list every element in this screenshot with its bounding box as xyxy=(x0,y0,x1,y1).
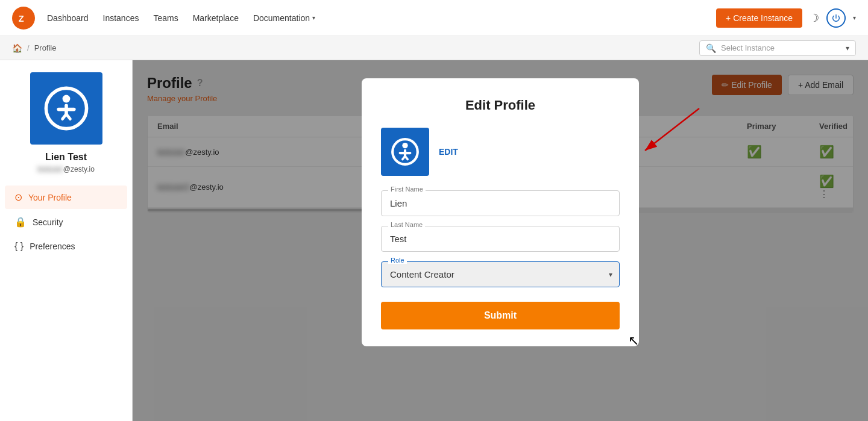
sidebar-item-label: Your Profile xyxy=(28,193,72,202)
avatar-edit-link[interactable]: EDIT xyxy=(439,147,458,157)
select-instance-dropdown[interactable]: 🔍 Select Instance ▾ xyxy=(699,40,856,56)
breadcrumb-current: Profile xyxy=(34,43,57,52)
dark-mode-icon[interactable]: ☽ xyxy=(810,11,819,25)
last-name-field: Last Name xyxy=(381,226,620,252)
breadcrumb: 🏠 / Profile xyxy=(12,43,56,53)
search-icon: 🔍 xyxy=(706,43,716,53)
edit-profile-modal: Edit Profile EDIT First Name xyxy=(362,78,639,346)
last-name-input[interactable] xyxy=(381,226,620,252)
select-instance-placeholder: Select Instance xyxy=(721,43,846,52)
user-menu-button[interactable] xyxy=(826,8,846,28)
sidebar-item-label: Security xyxy=(33,217,63,227)
nav-documentation[interactable]: Documentation ▾ xyxy=(253,13,315,23)
create-instance-button[interactable]: + Create Instance xyxy=(716,8,802,28)
svg-point-2 xyxy=(62,95,70,103)
modal-avatar-wrapper: EDIT xyxy=(381,128,620,176)
sidebar: Lien Test testuser@zesty.io ⊙ Your Profi… xyxy=(0,60,133,421)
content-area: Profile ? Manage your Profile ✏ Edit Pro… xyxy=(133,60,868,421)
breadcrumb-separator: / xyxy=(27,43,30,52)
nav-dashboard[interactable]: Dashboard xyxy=(47,13,89,23)
sidebar-item-your-profile[interactable]: ⊙ Your Profile xyxy=(5,186,127,209)
sidebar-navigation: ⊙ Your Profile 🔒 Security { } Preference… xyxy=(0,186,132,258)
role-field: Role Content Creator Developer Administr… xyxy=(381,261,620,287)
documentation-chevron-icon: ▾ xyxy=(312,14,315,21)
first-name-label: First Name xyxy=(388,186,426,193)
last-name-label: Last Name xyxy=(388,221,425,228)
sidebar-username: Lien Test xyxy=(0,152,132,163)
first-name-field: First Name xyxy=(381,190,620,216)
app-logo[interactable]: Z xyxy=(12,7,35,30)
sidebar-item-label: Preferences xyxy=(30,242,75,251)
role-select[interactable]: Content Creator Developer Administrator … xyxy=(381,261,620,287)
sidebar-item-security[interactable]: 🔒 Security xyxy=(5,210,127,234)
lock-icon: 🔒 xyxy=(14,216,27,228)
svg-point-6 xyxy=(402,143,407,148)
sidebar-avatar xyxy=(30,72,102,145)
preferences-icon: { } xyxy=(14,241,24,252)
first-name-input[interactable] xyxy=(381,190,620,216)
nav-right-actions: + Create Instance ☽ ▾ xyxy=(716,8,856,28)
nav-links: Dashboard Instances Teams Marketplace Do… xyxy=(47,13,716,23)
svg-text:Z: Z xyxy=(19,13,24,23)
profile-icon: ⊙ xyxy=(14,192,22,203)
nav-teams[interactable]: Teams xyxy=(153,13,178,23)
nav-marketplace[interactable]: Marketplace xyxy=(193,13,239,23)
user-menu-chevron-icon: ▾ xyxy=(853,14,856,21)
breadcrumb-bar: 🏠 / Profile 🔍 Select Instance ▾ xyxy=(0,36,868,60)
modal-avatar xyxy=(381,128,429,176)
main-area: Lien Test testuser@zesty.io ⊙ Your Profi… xyxy=(0,60,868,421)
svg-line-4 xyxy=(645,108,699,151)
sidebar-email: testuser@zesty.io xyxy=(0,165,132,173)
select-instance-chevron-icon: ▾ xyxy=(846,44,849,52)
modal-overlay: Edit Profile EDIT First Name xyxy=(133,60,868,421)
role-label: Role xyxy=(388,257,407,264)
home-icon[interactable]: 🏠 xyxy=(12,43,22,53)
top-navigation: Z Dashboard Instances Teams Marketplace … xyxy=(0,0,868,36)
submit-button[interactable]: Submit xyxy=(381,302,620,329)
sidebar-item-preferences[interactable]: { } Preferences xyxy=(5,235,127,258)
nav-instances[interactable]: Instances xyxy=(103,13,139,23)
modal-title: Edit Profile xyxy=(381,98,620,113)
